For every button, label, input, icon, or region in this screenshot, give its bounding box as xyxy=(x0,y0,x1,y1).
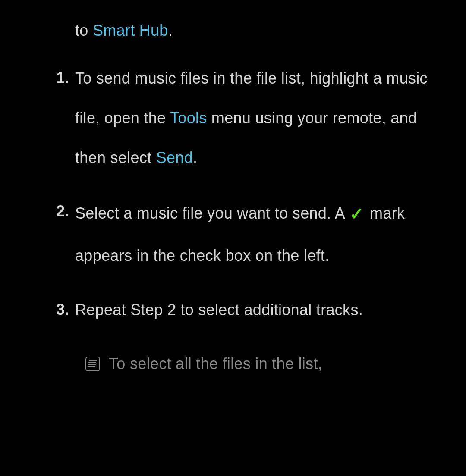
step-content: Repeat Step 2 to select additional track… xyxy=(75,290,363,330)
note-icon xyxy=(85,357,100,371)
step-3: 3. Repeat Step 2 to select additional tr… xyxy=(56,298,449,330)
step-number: 3. xyxy=(56,298,75,330)
step-1: 1. To send music files in the file list,… xyxy=(56,66,449,177)
step-content: To send music files in the file list, hi… xyxy=(75,59,449,177)
step-number: 1. xyxy=(56,66,75,177)
intro-link: Smart Hub xyxy=(93,22,168,39)
text-segment: Repeat Step 2 to select additional track… xyxy=(75,301,363,319)
text-segment: . xyxy=(193,149,197,166)
note: To select all the files in the list, xyxy=(85,352,449,376)
step-2: 2. Select a music file you want to send.… xyxy=(56,200,449,276)
intro-text: to Smart Hub. xyxy=(75,19,449,42)
checkmark-icon: ✓ xyxy=(350,192,364,236)
send-keyword: Send xyxy=(156,149,193,166)
tools-keyword: Tools xyxy=(170,109,207,127)
intro-suffix: . xyxy=(168,22,173,39)
text-segment: Select a music file you want to send. A xyxy=(75,204,349,222)
intro-prefix: to xyxy=(75,22,93,39)
step-number: 2. xyxy=(56,200,75,276)
step-content: Select a music file you want to send. A … xyxy=(75,192,449,276)
note-text: To select all the files in the list, xyxy=(109,352,322,376)
